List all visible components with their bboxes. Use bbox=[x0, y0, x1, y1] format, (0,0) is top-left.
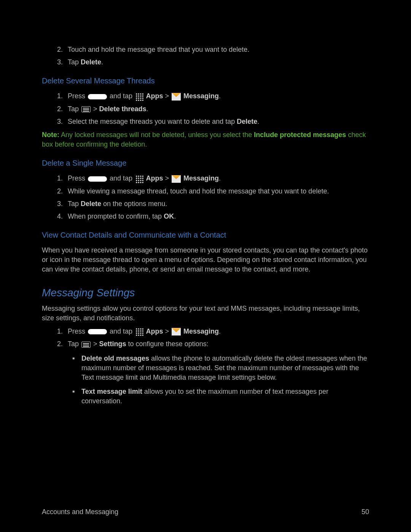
list-item: 3. Tap Delete. bbox=[57, 58, 369, 67]
home-button-icon bbox=[88, 176, 107, 182]
heading-messaging-settings: Messaging Settings bbox=[42, 285, 369, 300]
heading-delete-several-threads: Delete Several Message Threads bbox=[42, 75, 369, 86]
bullet-item: ■ Delete old messages allows the phone t… bbox=[72, 354, 369, 383]
list-item: 1. Press and tap Apps > Messaging. bbox=[57, 327, 369, 336]
apps-grid-icon bbox=[135, 328, 143, 336]
list-number: 1. bbox=[57, 174, 68, 183]
list-item: 1. Press and tap Apps > Messaging. bbox=[57, 91, 369, 101]
home-button-icon bbox=[88, 94, 107, 99]
menu-icon bbox=[81, 106, 91, 112]
list-text: Tap Delete on the options menu. bbox=[68, 199, 369, 209]
note-paragraph: Note: Any locked messages will not be de… bbox=[42, 130, 369, 149]
page-footer: Accounts and Messaging 50 bbox=[42, 507, 369, 517]
bullet-item: ■ Text message limit allows you to set t… bbox=[72, 387, 369, 406]
list-text: Tap > Delete threads. bbox=[68, 104, 369, 114]
list-text: Select the message threads you want to d… bbox=[68, 117, 369, 126]
paragraph: Messaging settings allow you control opt… bbox=[42, 304, 369, 323]
list-item: 2. Tap > Settings to configure these opt… bbox=[57, 339, 369, 349]
list-text: Touch and hold the message thread that y… bbox=[68, 45, 369, 54]
list-text: Tap Delete. bbox=[68, 58, 369, 67]
list-item: 2. While viewing a message thread, touch… bbox=[57, 187, 369, 196]
list-text: Press and tap Apps > Messaging. bbox=[68, 91, 369, 101]
list-number: 4. bbox=[57, 212, 68, 221]
bullet-text: Delete old messages allows the phone to … bbox=[81, 354, 369, 383]
envelope-icon bbox=[172, 93, 181, 101]
heading-view-contact-details: View Contact Details and Communicate wit… bbox=[42, 230, 369, 240]
list-item: 4. When prompted to confirm, tap OK. bbox=[57, 212, 369, 221]
list-text: Tap > Settings to configure these option… bbox=[68, 339, 369, 349]
heading-delete-single-message: Delete a Single Message bbox=[42, 158, 369, 168]
envelope-icon bbox=[172, 175, 181, 183]
bullet-marker: ■ bbox=[72, 354, 81, 383]
list-text: Press and tap Apps > Messaging. bbox=[68, 174, 369, 183]
paragraph: When you have received a message from so… bbox=[42, 246, 369, 275]
bullet-marker: ■ bbox=[72, 387, 81, 406]
list-number: 1. bbox=[57, 327, 68, 336]
apps-grid-icon bbox=[135, 93, 143, 101]
page-content: 2. Touch and hold the message thread tha… bbox=[0, 0, 411, 406]
list-number: 1. bbox=[57, 91, 68, 101]
list-text: Press and tap Apps > Messaging. bbox=[68, 327, 369, 336]
list-number: 3. bbox=[57, 58, 68, 67]
list-text: When prompted to confirm, tap OK. bbox=[68, 212, 369, 221]
list-number: 3. bbox=[57, 117, 68, 126]
list-text: While viewing a message thread, touch an… bbox=[68, 187, 369, 196]
list-item: 1. Press and tap Apps > Messaging. bbox=[57, 174, 369, 183]
list-item: 2. Touch and hold the message thread tha… bbox=[57, 45, 369, 54]
list-number: 2. bbox=[57, 104, 68, 114]
list-number: 2. bbox=[57, 187, 68, 196]
list-number: 3. bbox=[57, 199, 68, 209]
footer-page-number: 50 bbox=[362, 507, 369, 517]
list-item: 2. Tap > Delete threads. bbox=[57, 104, 369, 114]
home-button-icon bbox=[88, 329, 107, 334]
envelope-icon bbox=[172, 328, 181, 335]
apps-grid-icon bbox=[135, 175, 143, 183]
list-number: 2. bbox=[57, 339, 68, 349]
menu-icon bbox=[81, 342, 91, 348]
list-item: 3. Tap Delete on the options menu. bbox=[57, 199, 369, 209]
list-number: 2. bbox=[57, 45, 68, 54]
list-item: 3. Select the message threads you want t… bbox=[57, 117, 369, 126]
footer-section-title: Accounts and Messaging bbox=[42, 507, 118, 517]
bullet-text: Text message limit allows you to set the… bbox=[81, 387, 369, 406]
